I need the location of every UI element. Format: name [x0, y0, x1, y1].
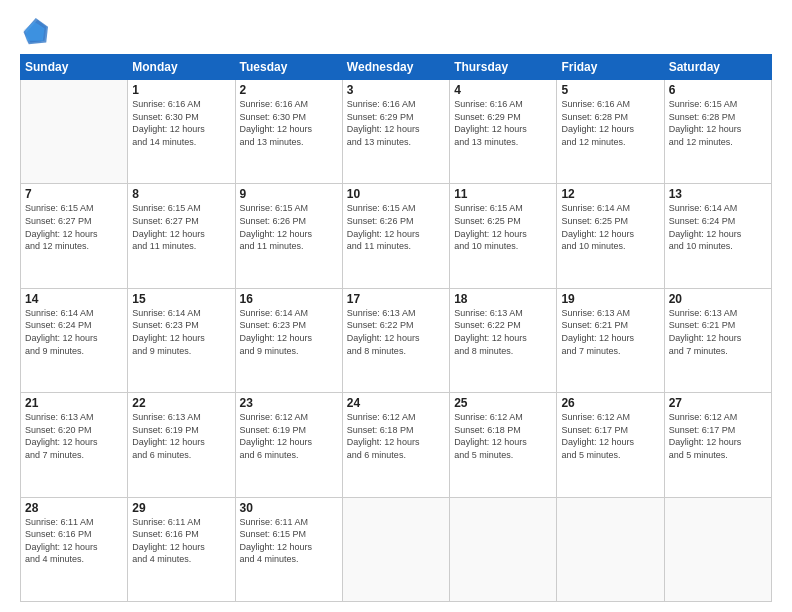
day-number: 6 — [669, 83, 767, 97]
day-info: Sunrise: 6:12 AM Sunset: 6:18 PM Dayligh… — [347, 411, 445, 461]
day-info: Sunrise: 6:13 AM Sunset: 6:21 PM Dayligh… — [669, 307, 767, 357]
day-info: Sunrise: 6:11 AM Sunset: 6:15 PM Dayligh… — [240, 516, 338, 566]
week-row-0: 1Sunrise: 6:16 AM Sunset: 6:30 PM Daylig… — [21, 80, 772, 184]
calendar-cell: 6Sunrise: 6:15 AM Sunset: 6:28 PM Daylig… — [664, 80, 771, 184]
day-number: 26 — [561, 396, 659, 410]
calendar-cell: 29Sunrise: 6:11 AM Sunset: 6:16 PM Dayli… — [128, 497, 235, 601]
calendar-table: SundayMondayTuesdayWednesdayThursdayFrid… — [20, 54, 772, 602]
day-number: 7 — [25, 187, 123, 201]
calendar-cell — [342, 497, 449, 601]
day-info: Sunrise: 6:16 AM Sunset: 6:28 PM Dayligh… — [561, 98, 659, 148]
day-info: Sunrise: 6:11 AM Sunset: 6:16 PM Dayligh… — [132, 516, 230, 566]
day-number: 3 — [347, 83, 445, 97]
calendar-cell — [557, 497, 664, 601]
calendar-cell: 11Sunrise: 6:15 AM Sunset: 6:25 PM Dayli… — [450, 184, 557, 288]
logo — [20, 18, 52, 46]
day-number: 20 — [669, 292, 767, 306]
calendar-cell — [450, 497, 557, 601]
day-number: 23 — [240, 396, 338, 410]
day-info: Sunrise: 6:14 AM Sunset: 6:25 PM Dayligh… — [561, 202, 659, 252]
calendar-cell: 27Sunrise: 6:12 AM Sunset: 6:17 PM Dayli… — [664, 393, 771, 497]
calendar-cell: 12Sunrise: 6:14 AM Sunset: 6:25 PM Dayli… — [557, 184, 664, 288]
calendar-cell: 22Sunrise: 6:13 AM Sunset: 6:19 PM Dayli… — [128, 393, 235, 497]
logo-icon — [20, 18, 48, 46]
calendar-cell — [21, 80, 128, 184]
calendar-cell: 15Sunrise: 6:14 AM Sunset: 6:23 PM Dayli… — [128, 288, 235, 392]
day-number: 1 — [132, 83, 230, 97]
weekday-header-thursday: Thursday — [450, 55, 557, 80]
day-info: Sunrise: 6:14 AM Sunset: 6:24 PM Dayligh… — [25, 307, 123, 357]
day-number: 21 — [25, 396, 123, 410]
day-info: Sunrise: 6:16 AM Sunset: 6:30 PM Dayligh… — [132, 98, 230, 148]
day-info: Sunrise: 6:15 AM Sunset: 6:27 PM Dayligh… — [25, 202, 123, 252]
week-row-1: 7Sunrise: 6:15 AM Sunset: 6:27 PM Daylig… — [21, 184, 772, 288]
day-number: 2 — [240, 83, 338, 97]
day-number: 5 — [561, 83, 659, 97]
day-number: 11 — [454, 187, 552, 201]
calendar-cell: 17Sunrise: 6:13 AM Sunset: 6:22 PM Dayli… — [342, 288, 449, 392]
calendar-cell: 8Sunrise: 6:15 AM Sunset: 6:27 PM Daylig… — [128, 184, 235, 288]
calendar-cell: 23Sunrise: 6:12 AM Sunset: 6:19 PM Dayli… — [235, 393, 342, 497]
day-info: Sunrise: 6:13 AM Sunset: 6:22 PM Dayligh… — [347, 307, 445, 357]
day-info: Sunrise: 6:15 AM Sunset: 6:26 PM Dayligh… — [347, 202, 445, 252]
calendar-cell: 20Sunrise: 6:13 AM Sunset: 6:21 PM Dayli… — [664, 288, 771, 392]
calendar-cell: 21Sunrise: 6:13 AM Sunset: 6:20 PM Dayli… — [21, 393, 128, 497]
day-number: 24 — [347, 396, 445, 410]
day-info: Sunrise: 6:12 AM Sunset: 6:19 PM Dayligh… — [240, 411, 338, 461]
day-number: 12 — [561, 187, 659, 201]
day-info: Sunrise: 6:13 AM Sunset: 6:22 PM Dayligh… — [454, 307, 552, 357]
calendar-cell: 26Sunrise: 6:12 AM Sunset: 6:17 PM Dayli… — [557, 393, 664, 497]
day-number: 28 — [25, 501, 123, 515]
calendar-cell: 24Sunrise: 6:12 AM Sunset: 6:18 PM Dayli… — [342, 393, 449, 497]
day-number: 18 — [454, 292, 552, 306]
day-number: 22 — [132, 396, 230, 410]
weekday-header-friday: Friday — [557, 55, 664, 80]
calendar-cell: 7Sunrise: 6:15 AM Sunset: 6:27 PM Daylig… — [21, 184, 128, 288]
day-number: 8 — [132, 187, 230, 201]
day-number: 17 — [347, 292, 445, 306]
day-info: Sunrise: 6:15 AM Sunset: 6:25 PM Dayligh… — [454, 202, 552, 252]
calendar-cell: 19Sunrise: 6:13 AM Sunset: 6:21 PM Dayli… — [557, 288, 664, 392]
day-info: Sunrise: 6:15 AM Sunset: 6:26 PM Dayligh… — [240, 202, 338, 252]
day-number: 19 — [561, 292, 659, 306]
day-number: 9 — [240, 187, 338, 201]
day-info: Sunrise: 6:16 AM Sunset: 6:29 PM Dayligh… — [347, 98, 445, 148]
day-number: 10 — [347, 187, 445, 201]
header — [20, 18, 772, 46]
day-info: Sunrise: 6:12 AM Sunset: 6:18 PM Dayligh… — [454, 411, 552, 461]
day-info: Sunrise: 6:11 AM Sunset: 6:16 PM Dayligh… — [25, 516, 123, 566]
calendar-cell: 5Sunrise: 6:16 AM Sunset: 6:28 PM Daylig… — [557, 80, 664, 184]
day-info: Sunrise: 6:15 AM Sunset: 6:27 PM Dayligh… — [132, 202, 230, 252]
day-number: 15 — [132, 292, 230, 306]
calendar-cell: 4Sunrise: 6:16 AM Sunset: 6:29 PM Daylig… — [450, 80, 557, 184]
calendar-cell: 10Sunrise: 6:15 AM Sunset: 6:26 PM Dayli… — [342, 184, 449, 288]
day-number: 13 — [669, 187, 767, 201]
weekday-header-sunday: Sunday — [21, 55, 128, 80]
page: SundayMondayTuesdayWednesdayThursdayFrid… — [0, 0, 792, 612]
calendar-cell: 28Sunrise: 6:11 AM Sunset: 6:16 PM Dayli… — [21, 497, 128, 601]
calendar-cell: 14Sunrise: 6:14 AM Sunset: 6:24 PM Dayli… — [21, 288, 128, 392]
weekday-header-monday: Monday — [128, 55, 235, 80]
calendar-cell: 18Sunrise: 6:13 AM Sunset: 6:22 PM Dayli… — [450, 288, 557, 392]
day-info: Sunrise: 6:12 AM Sunset: 6:17 PM Dayligh… — [669, 411, 767, 461]
day-number: 29 — [132, 501, 230, 515]
day-number: 4 — [454, 83, 552, 97]
day-info: Sunrise: 6:13 AM Sunset: 6:20 PM Dayligh… — [25, 411, 123, 461]
calendar-cell: 30Sunrise: 6:11 AM Sunset: 6:15 PM Dayli… — [235, 497, 342, 601]
week-row-2: 14Sunrise: 6:14 AM Sunset: 6:24 PM Dayli… — [21, 288, 772, 392]
day-info: Sunrise: 6:16 AM Sunset: 6:30 PM Dayligh… — [240, 98, 338, 148]
weekday-header-tuesday: Tuesday — [235, 55, 342, 80]
calendar-cell: 25Sunrise: 6:12 AM Sunset: 6:18 PM Dayli… — [450, 393, 557, 497]
day-info: Sunrise: 6:16 AM Sunset: 6:29 PM Dayligh… — [454, 98, 552, 148]
calendar-cell: 16Sunrise: 6:14 AM Sunset: 6:23 PM Dayli… — [235, 288, 342, 392]
day-number: 27 — [669, 396, 767, 410]
calendar-cell: 9Sunrise: 6:15 AM Sunset: 6:26 PM Daylig… — [235, 184, 342, 288]
calendar-cell — [664, 497, 771, 601]
calendar-cell: 13Sunrise: 6:14 AM Sunset: 6:24 PM Dayli… — [664, 184, 771, 288]
day-info: Sunrise: 6:13 AM Sunset: 6:19 PM Dayligh… — [132, 411, 230, 461]
day-info: Sunrise: 6:14 AM Sunset: 6:23 PM Dayligh… — [132, 307, 230, 357]
day-info: Sunrise: 6:12 AM Sunset: 6:17 PM Dayligh… — [561, 411, 659, 461]
weekday-header-row: SundayMondayTuesdayWednesdayThursdayFrid… — [21, 55, 772, 80]
calendar-cell: 2Sunrise: 6:16 AM Sunset: 6:30 PM Daylig… — [235, 80, 342, 184]
day-number: 30 — [240, 501, 338, 515]
